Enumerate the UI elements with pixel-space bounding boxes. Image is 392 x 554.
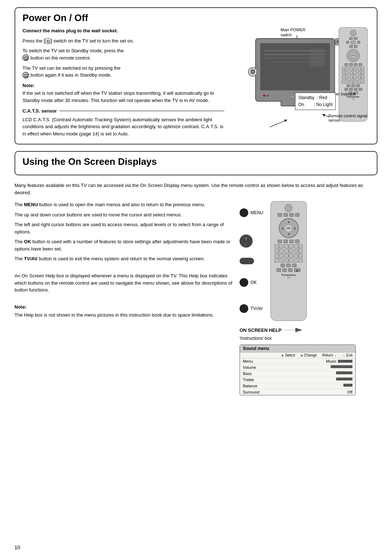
help-row-label: Menu: [243, 359, 253, 363]
remote-control: OK 1 2 3 4 5 6: [339, 27, 368, 122]
lr-btn-indicator: [240, 258, 254, 264]
remote-btn: [349, 88, 353, 91]
tv-diagram-area: Main POWER switch: [233, 27, 368, 133]
help-box-nav: ⊕ Select ⊕ Change Return ← — Exit: [240, 353, 355, 358]
on-screen-help-section: ON SCREEN HELP 'Instructions' box Sound …: [240, 326, 377, 395]
remote-row-extra: [340, 84, 366, 87]
osd-remote-labels: MENU ↑↓ OK TV/AV: [240, 201, 263, 313]
osd-remote-btn: [289, 213, 294, 217]
remote-btn: [354, 45, 358, 48]
remote-num-grid: 1 2 3 4 5 6 7 8 9 * 0 +: [342, 67, 364, 83]
osd-remote-btn: [278, 240, 282, 243]
remote-nav-circle: OK: [347, 49, 360, 62]
nav-select: ⊕ Select: [281, 353, 295, 357]
ok-bold: OK: [24, 239, 31, 244]
remote-btn: [354, 37, 358, 40]
help-title-row: ON SCREEN HELP: [240, 326, 377, 334]
power-section-box: Power On / Off Connect the mains plug to…: [15, 7, 377, 144]
remote-num-hash: +: [358, 80, 364, 83]
tv-illustration: [255, 38, 335, 102]
para2: To switch the TV set to Standby mode, pr…: [23, 47, 224, 62]
note2-text: The Help box is not shown in the menu pi…: [15, 311, 232, 319]
ok-btn-indicator: [240, 278, 248, 287]
ok-label-item: OK: [240, 278, 263, 287]
cats-hr: [59, 111, 224, 111]
osd-remote-btn: [292, 264, 297, 267]
osd-left-col: The MENU button is used to open the main…: [15, 201, 232, 395]
osd-intro: Many features available on this TV can b…: [15, 182, 377, 196]
osd-remote-row3: [273, 264, 305, 267]
cats-title-line: C.A.T.S. sensor: [23, 107, 224, 115]
cats-text: LCD C.A.T.S. (Contrast Automatic Trackin…: [23, 116, 224, 138]
remote-num-7: 7: [342, 76, 349, 79]
power-right-col: Main POWER switch: [232, 27, 369, 140]
osd-num-grid: 1 2 3 4 5 6 7 8 9 * 0 +: [274, 244, 303, 262]
menu-btn-indicator: [240, 208, 248, 217]
osd-num-2: 2: [284, 244, 293, 248]
power-left-col: Connect the mains plug to the wall socke…: [23, 27, 224, 140]
help-row-value: Music: [326, 359, 352, 363]
osd-remote-btn: [289, 240, 294, 243]
osd-play-btn: ▶: [294, 268, 301, 272]
osd-nav-circle: OK ▲ ▼ ◄ ►: [279, 218, 299, 238]
remote-num-1: 1: [342, 67, 349, 70]
tvav-bold: TV/AV: [24, 256, 37, 261]
page-number: 10: [15, 545, 20, 550]
osd-remote-illustration: OK ▲ ▼ ◄ ► 1 2 3 4 5: [270, 201, 307, 321]
menu-label-item: MENU: [240, 208, 263, 217]
help-row-label: Bass: [243, 371, 252, 376]
instructions-box-label: 'Instructions' box: [240, 336, 377, 341]
osd-nav-up: ▲: [287, 220, 290, 224]
connect-heading: Connect the mains plug to the wall socke…: [23, 28, 118, 33]
help-row-label: Balance: [243, 384, 257, 388]
osd-remote-sensor: [285, 204, 293, 212]
tvav-label-text: TV/AV: [250, 306, 263, 311]
note1-text: If the set is not switched off when the …: [23, 90, 224, 104]
cats-sensor-label: C.A.T.S. sensor: [23, 107, 57, 115]
remote-signal-label: Remote control signal sensor: [328, 114, 368, 122]
osd-nav-down: ▼: [287, 233, 290, 236]
exit-icon: —: [343, 354, 346, 357]
remote-num-5: 5: [350, 71, 356, 75]
help-box-header: Sound menu: [240, 345, 355, 353]
tvav-label-item: TV/AV: [240, 304, 263, 313]
help-box-header-text: Sound menu: [243, 346, 269, 351]
tv-screen: [260, 43, 330, 90]
osd-remote-btn: [278, 213, 282, 217]
remote-num-star: *: [342, 80, 349, 83]
osd-num-7: 7: [274, 254, 283, 258]
tv-power-button: ⏼: [248, 67, 257, 77]
help-row-treble: Treble: [240, 377, 355, 383]
on-screen-help-title: ON SCREEN HELP: [240, 327, 282, 333]
osd-remote-area: MENU ↑↓ OK TV/AV: [240, 201, 377, 321]
on-row: On : No Light: [298, 101, 332, 108]
change-icon: ⊕: [301, 354, 303, 357]
remote-btn: [351, 84, 355, 87]
osd-remote-row4: ▶: [273, 268, 305, 272]
ok-label-text: OK: [250, 280, 257, 285]
nav-btn-indicator: ↑↓: [240, 235, 253, 248]
onscreen-help-box: Sound menu ⊕ Select ⊕ Change Return ←: [240, 345, 356, 395]
remote-num-2: 2: [350, 67, 356, 70]
remote-btn: [346, 41, 349, 44]
ir-sensor-dot: [267, 95, 269, 97]
osd-num-3: 3: [294, 244, 303, 248]
help-arrow-svg: [285, 326, 303, 334]
osd-remote-btn: [286, 264, 291, 267]
remote-row-2: [340, 41, 366, 44]
osd-para2: The up and down cursor buttons are used …: [15, 211, 232, 219]
main-power-label: Main POWER switch: [281, 27, 305, 38]
svg-line-3: [270, 120, 287, 127]
osd-num-plus: +: [294, 258, 303, 262]
remote-btn: [359, 88, 362, 91]
power-switch-icon: ⏻: [45, 38, 51, 44]
remote-btn: [357, 41, 360, 44]
osd-num-1: 1: [274, 244, 283, 248]
osd-main-content: The MENU button is used to open the main…: [15, 201, 377, 395]
remote-btn: [344, 88, 348, 91]
remote-btn: [354, 88, 358, 91]
osd-para3: The left and right cursor buttons are us…: [15, 221, 232, 235]
osd-remote-btn: [283, 213, 288, 217]
osd-remote-btn: [295, 240, 299, 243]
osd-remote-btn: [281, 264, 285, 267]
